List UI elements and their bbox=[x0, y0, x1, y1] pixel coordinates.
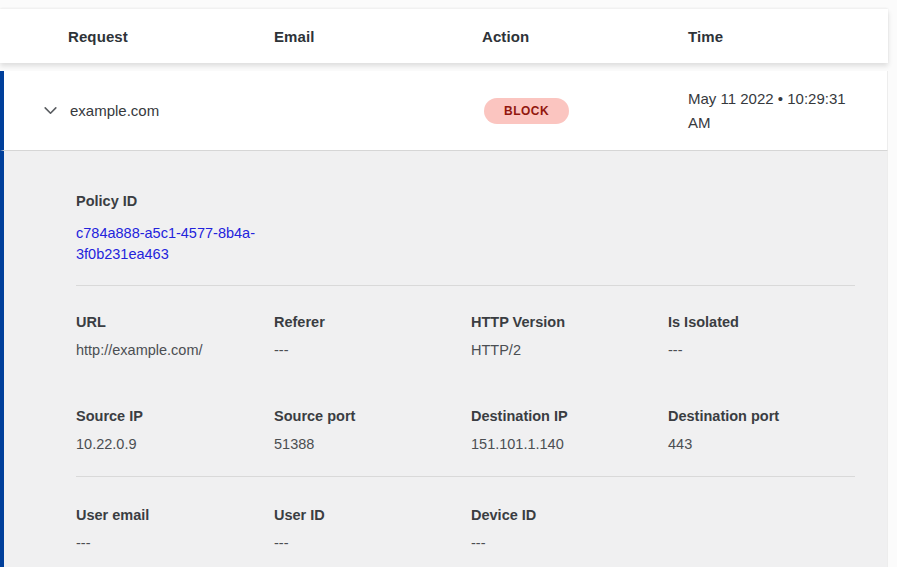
row-time-value: May 11 2022 • 10:29:31 AM bbox=[688, 87, 887, 135]
field-label: User ID bbox=[274, 507, 471, 523]
field-user-email: User email --- bbox=[76, 507, 274, 551]
row-expand-toggle[interactable] bbox=[4, 102, 70, 119]
row-request-value: example.com bbox=[70, 102, 274, 119]
column-header-action: Action bbox=[482, 28, 688, 45]
field-value: 10.22.0.9 bbox=[76, 436, 274, 452]
section-divider bbox=[76, 476, 855, 477]
field-label: Source port bbox=[274, 408, 471, 424]
field-label: Is Isolated bbox=[668, 314, 855, 330]
column-header-time: Time bbox=[688, 28, 888, 45]
field-value: --- bbox=[76, 535, 274, 551]
policy-id-link[interactable]: c784a888-a5c1-4577-8b4a-3f0b231ea463 bbox=[76, 223, 276, 265]
column-header-email: Email bbox=[274, 28, 482, 45]
timestamp: May 11 2022 • 10:29:31 AM bbox=[688, 87, 860, 135]
field-is-isolated: Is Isolated --- bbox=[668, 314, 855, 358]
field-http-version: HTTP Version HTTP/2 bbox=[471, 314, 668, 358]
field-destination-ip: Destination IP 151.101.1.140 bbox=[471, 408, 668, 452]
policy-id-label: Policy ID bbox=[76, 193, 855, 209]
field-value: --- bbox=[274, 342, 471, 358]
section-divider bbox=[76, 285, 855, 286]
field-label: HTTP Version bbox=[471, 314, 668, 330]
field-device-id: Device ID --- bbox=[471, 507, 668, 551]
field-user-id: User ID --- bbox=[274, 507, 471, 551]
field-value: --- bbox=[668, 342, 855, 358]
field-value: 443 bbox=[668, 436, 855, 452]
table-header: Request Email Action Time bbox=[0, 9, 888, 63]
field-label: URL bbox=[76, 314, 274, 330]
field-label: Destination IP bbox=[471, 408, 668, 424]
policy-id-section: Policy ID c784a888-a5c1-4577-8b4a-3f0b23… bbox=[76, 193, 855, 265]
field-source-ip: Source IP 10.22.0.9 bbox=[76, 408, 274, 452]
log-table-row[interactable]: example.com BLOCK May 11 2022 • 10:29:31… bbox=[0, 71, 888, 151]
field-source-port: Source port 51388 bbox=[274, 408, 471, 452]
field-value: --- bbox=[471, 535, 668, 551]
column-header-request: Request bbox=[68, 28, 274, 45]
field-referer: Referer --- bbox=[274, 314, 471, 358]
field-value: http://example.com/ bbox=[76, 342, 274, 358]
logs-table: Request Email Action Time example.com BL… bbox=[0, 9, 888, 567]
field-value: HTTP/2 bbox=[471, 342, 668, 358]
field-value: --- bbox=[274, 535, 471, 551]
field-label: Device ID bbox=[471, 507, 668, 523]
action-block-badge: BLOCK bbox=[484, 98, 569, 124]
field-value: 151.101.1.140 bbox=[471, 436, 668, 452]
field-value: 51388 bbox=[274, 436, 471, 452]
field-label: Source IP bbox=[76, 408, 274, 424]
field-label: Referer bbox=[274, 314, 471, 330]
field-label: User email bbox=[76, 507, 274, 523]
chevron-down-icon bbox=[42, 102, 59, 119]
row-details-panel: Policy ID c784a888-a5c1-4577-8b4a-3f0b23… bbox=[0, 151, 888, 567]
field-label: Destination port bbox=[668, 408, 855, 424]
request-fields-grid: URL http://example.com/ Referer --- HTTP… bbox=[76, 314, 855, 452]
field-url: URL http://example.com/ bbox=[76, 314, 274, 358]
field-destination-port: Destination port 443 bbox=[668, 408, 855, 452]
row-action-cell: BLOCK bbox=[482, 98, 688, 124]
user-fields-grid: User email --- User ID --- Device ID --- bbox=[76, 507, 855, 551]
